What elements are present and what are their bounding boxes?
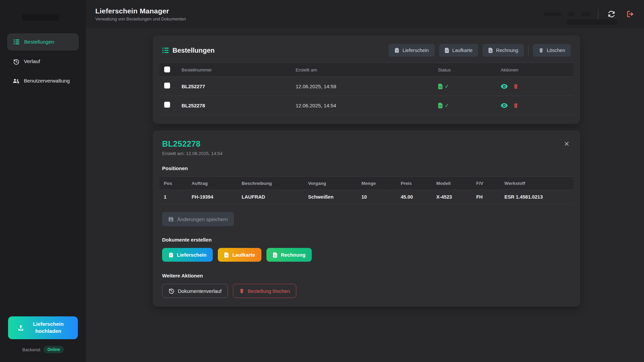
refresh-icon — [607, 10, 615, 18]
doc-button-label: Rechnung — [281, 252, 305, 258]
create-laufkarte-button[interactable]: Laufkarte — [218, 248, 261, 262]
order-created: 12.06.2025, 14:54 — [291, 103, 433, 108]
users-gear-icon — [13, 77, 19, 84]
table-row[interactable]: BL252278 12.06.2025, 14:54 ✓ — [159, 96, 574, 115]
orders-table: Bestellnummer Erstellt am Status Aktione… — [159, 63, 574, 115]
content: Bestellungen Lieferschein — [86, 28, 644, 362]
delete-bestellung-button[interactable]: Bestellung löschen — [233, 284, 296, 298]
column-header: Auftrag — [187, 181, 237, 186]
topbar: Lieferschein Manager Verwaltung von Best… — [86, 0, 644, 28]
detail-titles: BL252278 Erstellt am: 12.06.2025, 14:54 — [162, 139, 222, 156]
status-cell: ✓ — [433, 102, 496, 109]
table-row[interactable]: BL252277 12.06.2025, 14:59 ✓ — [159, 77, 574, 96]
order-number: BL252277 — [177, 84, 291, 89]
clipboard-icon — [394, 48, 399, 53]
row-checkbox[interactable] — [164, 83, 170, 89]
more-actions-buttons: Dokumentenverlauf Bestellung löschen — [159, 284, 574, 298]
column-header: Bestellnummer — [177, 67, 291, 72]
column-header: Erstellt am — [291, 67, 433, 72]
position-fv: FH — [472, 194, 500, 200]
sidebar-item-label: Verlauf — [24, 58, 40, 64]
document-status-icon — [438, 103, 443, 108]
sidebar-item-bestellungen[interactable]: Bestellungen — [7, 34, 79, 50]
redacted-info — [567, 19, 617, 25]
trash-icon — [513, 84, 518, 89]
row-checkbox[interactable] — [164, 102, 170, 108]
history-button-label: Dokumentenverlauf — [178, 288, 221, 294]
detail-header: BL252278 Erstellt am: 12.06.2025, 14:54 … — [159, 139, 574, 156]
file-invoice-icon — [488, 48, 493, 53]
column-header: Modell — [432, 181, 472, 186]
column-header: Menge — [357, 181, 396, 186]
positions-table-header: Pos Auftrag Beschreibung Vorgang Menge P… — [159, 176, 574, 190]
delete-button-label: Bestellung löschen — [248, 288, 290, 294]
orders-card: Bestellungen Lieferschein — [153, 35, 580, 124]
close-detail-button[interactable]: ✕ — [562, 139, 571, 149]
view-order-button[interactable] — [501, 84, 508, 89]
clipboard-icon — [168, 252, 174, 258]
trash-icon — [239, 288, 244, 294]
documents-heading: Dokumente erstellen — [159, 237, 574, 243]
position-beschreibung: LAUFRAD — [237, 194, 304, 200]
orders-toolbar: Lieferschein Laufkarte Rec — [389, 44, 571, 57]
upload-button-label: Lieferschein hochladen — [28, 321, 68, 335]
toolbar-rechnung-button[interactable]: Rechnung — [483, 44, 524, 57]
page-subtitle: Verwaltung von Bestellungen und Dokument… — [95, 16, 186, 21]
create-rechnung-button[interactable]: Rechnung — [266, 248, 312, 262]
actions-cell — [496, 103, 574, 108]
toolbar-lieferschein-button[interactable]: Lieferschein — [389, 44, 434, 57]
save-icon — [168, 216, 174, 222]
trash-icon — [539, 48, 544, 53]
file-icon — [445, 48, 449, 53]
select-all-checkbox[interactable] — [164, 66, 170, 72]
doc-button-label: Lieferschein — [177, 252, 206, 258]
toolbar-loeschen-button[interactable]: Löschen — [533, 44, 571, 57]
delete-order-button[interactable] — [513, 84, 518, 89]
check-icon: ✓ — [445, 83, 449, 90]
orders-card-title: Bestellungen — [162, 47, 215, 54]
sidebar-item-label: Bestellungen — [24, 39, 54, 45]
column-header: Status — [433, 67, 496, 72]
app-root: Bestellungen Verlauf Benutzerverwaltung — [0, 0, 644, 362]
page-title: Lieferschein Manager — [95, 7, 186, 15]
toolbar-laufkarte-button[interactable]: Laufkarte — [439, 44, 478, 57]
save-button-label: Änderungen speichern — [177, 216, 228, 222]
document-buttons: Lieferschein Laufkarte Rechnung — [159, 248, 574, 262]
sidebar-item-benutzerverwaltung[interactable]: Benutzerverwaltung — [7, 72, 79, 89]
logout-icon — [626, 10, 634, 18]
sidebar-nav: Bestellungen Verlauf Benutzerverwaltung — [0, 34, 86, 89]
redacted-user-info — [544, 12, 561, 16]
logout-button[interactable] — [625, 8, 636, 20]
column-header: Preis — [396, 181, 432, 186]
position-pos: 1 — [159, 194, 187, 200]
topbar-titles: Lieferschein Manager Verwaltung von Best… — [95, 7, 186, 21]
refresh-button[interactable] — [606, 8, 617, 20]
column-header: F/V — [472, 181, 500, 186]
column-header: Beschreibung — [237, 181, 304, 186]
position-auftrag: FH-19394 — [187, 194, 237, 200]
upload-icon — [17, 324, 24, 331]
close-icon: ✕ — [564, 140, 569, 148]
order-detail-card: BL252278 Erstellt am: 12.06.2025, 14:54 … — [153, 131, 580, 307]
eye-icon — [501, 103, 508, 108]
upload-lieferschein-button[interactable]: Lieferschein hochladen — [8, 316, 78, 339]
actions-cell — [496, 84, 574, 89]
topbar-divider — [598, 9, 598, 19]
document-history-button[interactable]: Dokumentenverlauf — [162, 284, 228, 298]
view-order-button[interactable] — [501, 103, 508, 108]
delete-order-button[interactable] — [513, 103, 518, 108]
position-row[interactable]: 1 FH-19394 LAUFRAD Schweißen 10 45.00 X-… — [159, 190, 574, 204]
save-changes-button[interactable]: Änderungen speichern — [162, 212, 234, 226]
history-icon — [13, 58, 19, 65]
column-header: Pos — [159, 181, 187, 186]
sidebar-bottom: Lieferschein hochladen Backend: Online — [0, 316, 86, 353]
backend-status-row: Backend: Online — [0, 346, 86, 353]
create-lieferschein-button[interactable]: Lieferschein — [162, 248, 213, 262]
main-area: Lieferschein Manager Verwaltung von Best… — [86, 0, 644, 362]
sidebar-item-verlauf[interactable]: Verlauf — [7, 53, 79, 70]
sidebar-item-label: Benutzerverwaltung — [24, 78, 70, 84]
column-header: Werkstoff — [500, 181, 574, 186]
toolbar-button-label: Rechnung — [496, 48, 518, 53]
doc-button-label: Laufkarte — [232, 252, 255, 258]
toolbar-button-label: Laufkarte — [452, 48, 473, 53]
